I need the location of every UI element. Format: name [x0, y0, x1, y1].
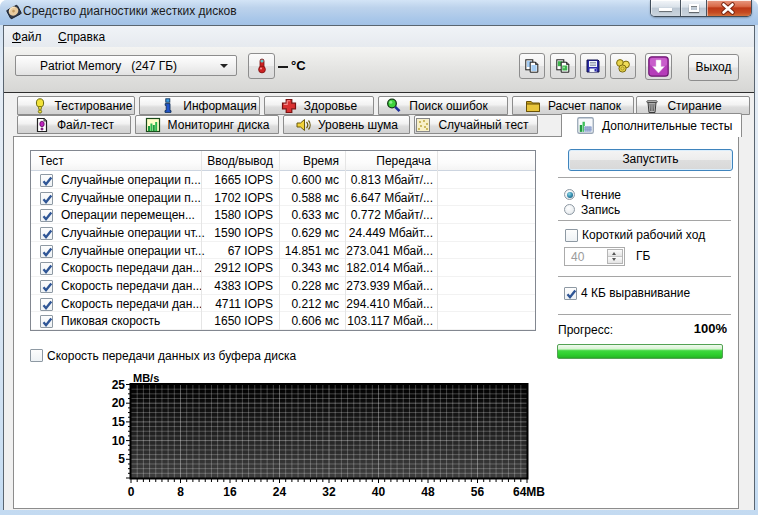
svg-text:64MB: 64MB	[513, 485, 545, 499]
svg-text:20: 20	[112, 396, 126, 410]
svg-text:0: 0	[128, 485, 135, 499]
svg-text:10: 10	[112, 434, 126, 448]
svg-text:56: 56	[471, 485, 485, 499]
svg-text:40: 40	[372, 485, 386, 499]
svg-text:24: 24	[273, 485, 287, 499]
svg-text:48: 48	[421, 485, 435, 499]
svg-text:8: 8	[177, 485, 184, 499]
svg-text:16: 16	[223, 485, 237, 499]
svg-text:15: 15	[112, 415, 126, 429]
svg-text:MB/s: MB/s	[133, 372, 159, 384]
svg-text:5: 5	[118, 452, 125, 466]
svg-text:32: 32	[322, 485, 336, 499]
svg-text:25: 25	[112, 378, 126, 392]
